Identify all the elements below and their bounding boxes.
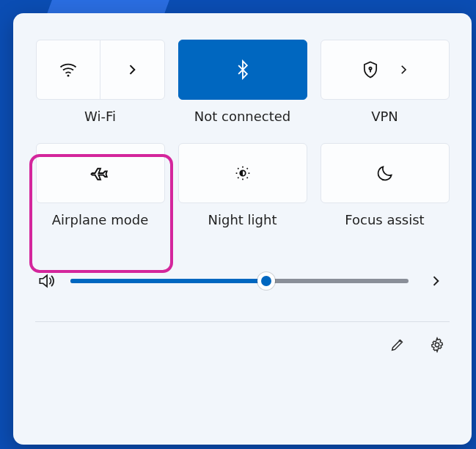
airplane-label: Airplane mode xyxy=(52,212,148,227)
airplane-icon xyxy=(89,162,111,184)
focus-assist-tile[interactable] xyxy=(321,143,450,203)
edit-button[interactable] xyxy=(385,332,410,357)
nightlight-tile-wrap: Night light xyxy=(178,143,307,227)
vpn-tile-wrap: VPN xyxy=(321,40,450,124)
focus-label: Focus assist xyxy=(345,212,424,227)
svg-point-3 xyxy=(435,343,439,347)
volume-slider[interactable] xyxy=(70,274,409,288)
wifi-tile[interactable] xyxy=(36,40,165,100)
svg-point-1 xyxy=(369,67,371,70)
wifi-icon xyxy=(58,59,78,80)
bluetooth-tile[interactable] xyxy=(178,40,307,100)
vpn-label: VPN xyxy=(371,109,398,124)
airplane-tile-wrap: Airplane mode xyxy=(36,143,165,227)
focus-tile-wrap: Focus assist xyxy=(321,143,450,227)
bluetooth-tile-wrap: Not connected xyxy=(178,40,307,124)
bluetooth-icon xyxy=(232,59,253,80)
quick-settings-grid: Wi-Fi Not connected xyxy=(35,40,450,227)
slider-thumb[interactable] xyxy=(257,272,275,290)
volume-expand[interactable] xyxy=(423,269,448,293)
gear-icon xyxy=(429,337,445,353)
quick-settings-panel: Wi-Fi Not connected xyxy=(13,13,472,445)
wifi-toggle[interactable] xyxy=(37,40,100,99)
svg-point-0 xyxy=(67,75,69,77)
shield-lock-icon xyxy=(360,59,381,80)
night-light-tile[interactable] xyxy=(178,143,307,203)
moon-icon xyxy=(376,164,395,183)
volume-row xyxy=(35,269,450,293)
settings-button[interactable] xyxy=(425,332,450,357)
nightlight-label: Night light xyxy=(208,212,277,227)
vpn-tile[interactable] xyxy=(321,40,450,100)
pencil-icon xyxy=(389,337,406,353)
brightness-icon xyxy=(232,163,253,183)
wifi-label: Wi-Fi xyxy=(84,109,116,124)
airplane-mode-tile[interactable] xyxy=(36,143,165,203)
speaker-icon xyxy=(37,271,56,291)
chevron-right-icon xyxy=(428,274,443,288)
slider-fill xyxy=(70,279,266,283)
wifi-expand[interactable] xyxy=(100,40,164,99)
panel-footer xyxy=(35,321,450,357)
wifi-tile-wrap: Wi-Fi xyxy=(36,40,165,124)
bluetooth-label: Not connected xyxy=(194,109,291,124)
chevron-right-icon xyxy=(397,63,410,76)
chevron-right-icon xyxy=(125,62,139,77)
